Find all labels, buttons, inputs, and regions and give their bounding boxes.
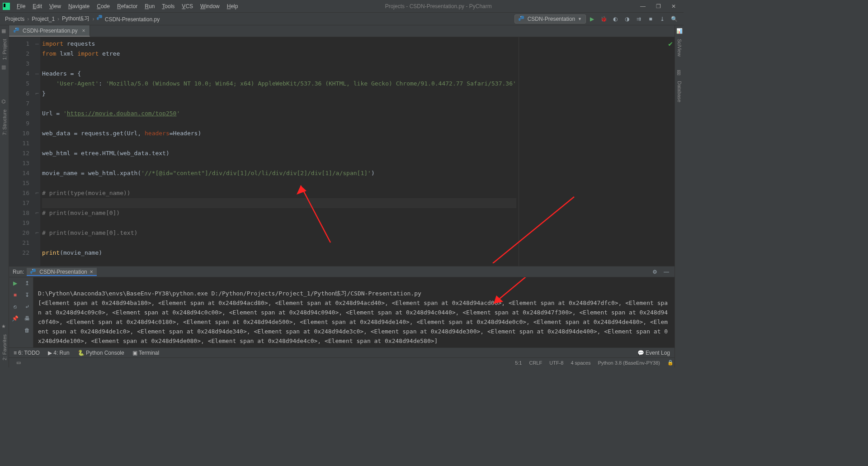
editor-tab[interactable]: CSDN-Presentation.py ×	[9, 25, 90, 37]
code-line[interactable]: 'User-Agent': 'Mozilla/5.0 (Windows NT 1…	[42, 79, 516, 89]
pin-button[interactable]: 📌	[12, 315, 19, 322]
print-button[interactable]: 🖶	[24, 315, 30, 322]
code-line[interactable]: }	[42, 89, 516, 99]
code-area[interactable]: import requestsfrom lxml import etree He…	[40, 37, 516, 266]
code-line[interactable]: # print(movie_name[0].text)	[42, 228, 516, 238]
file-encoding[interactable]: UTF-8	[546, 360, 567, 366]
run-button[interactable]: ▶	[586, 16, 598, 22]
menu-window[interactable]: Window	[197, 2, 223, 11]
code-line[interactable]: from lxml import etree	[42, 49, 516, 59]
run-config-selector[interactable]: CSDN-Presentation ▼	[514, 14, 586, 24]
inspection-ok-icon[interactable]: ✔	[668, 39, 673, 49]
close-window-button[interactable]: ✕	[666, 3, 681, 10]
code-line[interactable]: movie_name = web_html.xpath('//*[@id="co…	[42, 168, 516, 178]
code-line[interactable]: web_data = requests.get(Url, headers=Hea…	[42, 128, 516, 138]
code-line[interactable]	[42, 99, 516, 109]
bottom-tab[interactable]: ▣ Terminal	[132, 350, 159, 356]
code-line[interactable]: Url = 'https://movie.douban.com/top250'	[42, 109, 516, 119]
code-line[interactable]: web_html = etree.HTML(web_data.text)	[42, 148, 516, 158]
folder-icon[interactable]: ▥	[1, 64, 8, 71]
run-settings-button[interactable]: ⚙	[650, 269, 659, 275]
code-line[interactable]	[42, 138, 516, 148]
code-line[interactable]	[42, 218, 516, 228]
hide-run-button[interactable]: —	[662, 269, 671, 275]
exit-button[interactable]: ⎋	[14, 304, 17, 310]
debug-button[interactable]: 🐞	[598, 16, 609, 22]
favorites-star-icon[interactable]: ★	[1, 323, 8, 330]
scroll-down-button[interactable]: ↧	[25, 292, 29, 298]
caret-position[interactable]: 5:1	[511, 360, 525, 366]
attach-button[interactable]: ⇉	[633, 16, 645, 22]
code-line[interactable]: Headers = {	[42, 69, 516, 79]
fold-marker[interactable]: ⌐	[34, 228, 40, 238]
favorites-tool-tab[interactable]: 2: Favorites	[2, 333, 7, 362]
soft-wrap-button[interactable]: ⤶	[25, 304, 29, 310]
menu-help[interactable]: Help	[224, 2, 241, 11]
code-line[interactable]: # print(movie_name[0])	[42, 208, 516, 218]
fold-marker[interactable]	[34, 168, 40, 178]
fold-marker[interactable]: –	[34, 39, 40, 49]
project-icon[interactable]: ▦	[1, 28, 8, 34]
run-tab[interactable]: CSDN-Presentation ×	[27, 268, 96, 276]
project-tool-tab[interactable]: 1: Project	[2, 37, 7, 62]
stop-button[interactable]: ■	[645, 16, 656, 22]
sciview-tool-tab[interactable]: SciView	[677, 37, 682, 58]
fold-marker[interactable]	[34, 138, 40, 148]
bottom-tab[interactable]: ▶ 4: Run	[48, 350, 70, 356]
presentation-mode-icon[interactable]: ▭	[13, 360, 20, 366]
code-editor[interactable]: ✔ 12345678910111213141516171819202122 ––…	[9, 37, 675, 266]
menu-view[interactable]: View	[46, 2, 64, 11]
fold-marker[interactable]: ⌐	[34, 188, 40, 198]
console-output[interactable]: D:\Python\Anaconda3\envs\BaseEnv-PY38\py…	[33, 277, 675, 347]
code-line[interactable]: import requests	[42, 39, 516, 49]
profile-button[interactable]: ◑	[621, 16, 633, 22]
fold-marker[interactable]	[34, 158, 40, 168]
fold-marker[interactable]	[34, 119, 40, 128]
fold-marker[interactable]	[34, 59, 40, 69]
fold-marker[interactable]	[34, 238, 40, 248]
trash-button[interactable]: 🗑	[24, 327, 30, 333]
minimize-button[interactable]: —	[636, 3, 650, 10]
code-line[interactable]	[42, 178, 516, 188]
menu-navigate[interactable]: Navigate	[65, 2, 93, 11]
code-line[interactable]	[42, 59, 516, 69]
close-run-tab-button[interactable]: ×	[90, 269, 93, 275]
code-line[interactable]	[42, 119, 516, 128]
fold-marker[interactable]	[34, 198, 40, 208]
stop-run-button[interactable]: ■	[14, 292, 17, 298]
fold-marker[interactable]	[34, 99, 40, 109]
fold-column[interactable]: ––⌐⌐⌐⌐	[34, 37, 40, 266]
fold-marker[interactable]	[34, 248, 40, 258]
scroll-up-button[interactable]: ↥	[25, 280, 29, 286]
database-tool-tab[interactable]: Database	[677, 79, 682, 104]
fold-marker[interactable]	[34, 148, 40, 158]
fold-marker[interactable]	[34, 49, 40, 59]
bottom-tab[interactable]: ≡ 6: TODO	[14, 350, 40, 356]
database-icon[interactable]: 🗄	[676, 70, 683, 76]
code-line[interactable]	[42, 198, 516, 208]
code-line[interactable]: # print(type(movie_name))	[42, 188, 516, 198]
indent-setting[interactable]: 4 spaces	[567, 360, 594, 366]
breadcrumb-item[interactable]: Project_1	[30, 16, 56, 22]
structure-tool-tab[interactable]: 7: Structure	[2, 108, 7, 137]
fold-marker[interactable]: –	[34, 69, 40, 79]
breadcrumb-item[interactable]: Projects	[4, 16, 26, 22]
bottom-tab[interactable]: 🐍 Python Console	[78, 350, 124, 356]
event-log-button[interactable]: 💬 Event Log	[637, 350, 670, 356]
code-line[interactable]	[42, 158, 516, 168]
menu-tools[interactable]: Tools	[159, 2, 178, 11]
fold-marker[interactable]	[34, 79, 40, 89]
vcs-update-button[interactable]: ⤓	[656, 16, 668, 22]
maximize-button[interactable]: ❐	[651, 3, 665, 10]
code-line[interactable]: print(movie_name)	[42, 248, 516, 258]
fold-marker[interactable]	[34, 128, 40, 138]
menu-refactor[interactable]: Refactor	[114, 2, 141, 11]
rerun-button[interactable]: ▶	[13, 280, 17, 286]
close-tab-button[interactable]: ×	[82, 28, 85, 34]
code-line[interactable]	[42, 238, 516, 248]
structure-icon[interactable]: ⌬	[1, 99, 8, 105]
sciview-icon[interactable]: 📊	[676, 28, 683, 34]
fold-marker[interactable]	[34, 218, 40, 228]
fold-marker[interactable]	[34, 109, 40, 119]
menu-file[interactable]: File	[14, 2, 28, 11]
